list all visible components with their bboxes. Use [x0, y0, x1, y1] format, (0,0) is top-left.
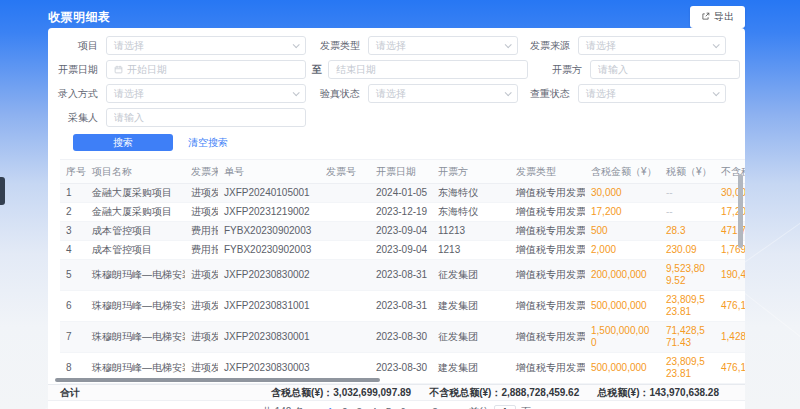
end-date-input[interactable]: 结束日期: [328, 60, 528, 79]
invoice-type-filter-label: 发票类型: [306, 39, 368, 53]
cell-invoice-date: 2023-08-30: [370, 322, 432, 353]
cell-seq: 3: [60, 222, 86, 241]
project-select[interactable]: 请选择: [106, 36, 306, 55]
invoice-source-select[interactable]: 请选择: [578, 36, 726, 55]
cell-amount-with-tax: 2,000: [585, 241, 660, 260]
calendar-icon: [114, 65, 123, 74]
cell-amount-with-tax: 500,000,000: [585, 353, 660, 384]
table-row[interactable]: 4 成本管控项目 费用报销 FYBX20230902003 2023-09-04…: [60, 241, 745, 260]
cell-invoice-date: 2023-08-31: [370, 291, 432, 322]
cell-issuer: 11213: [432, 222, 510, 241]
cell-issuer: 建发集团: [432, 353, 510, 384]
cell-seq: 4: [60, 241, 86, 260]
cell-amount-with-tax: 1,500,000,000: [585, 322, 660, 353]
chevron-down-icon: [713, 41, 720, 48]
cell-invoice-type: 增值税专用发票(蓝): [510, 184, 585, 203]
cell-invoice-no: [320, 241, 370, 260]
cell-invoice-no: [320, 322, 370, 353]
cell-invoice-date: 2023-09-04: [370, 241, 432, 260]
column-header: 发票号: [320, 160, 370, 184]
column-header: 含税金额（¥）: [585, 160, 660, 184]
invoice-table-container: 序号项目名称发票来源单号发票号开票日期开票方发票类型含税金额（¥）税额（¥）不含…: [48, 159, 745, 384]
table-row[interactable]: 2 金融大厦采购项目 进项发票 JXFP20231219002 2023-12-…: [60, 203, 745, 222]
cell-amount-with-tax: 500,000,000: [585, 291, 660, 322]
table-row[interactable]: 6 珠穆朗玛峰—电梯安装 进项发票 JXFP20230831001 2023-0…: [60, 291, 745, 322]
cell-amount-without-tax: 190,476,190.48: [715, 260, 745, 291]
column-header: 发票来源: [185, 160, 218, 184]
cell-issuer: 征发集团: [432, 260, 510, 291]
cell-order-no: JXFP20231219002: [218, 203, 320, 222]
invoice-source-filter-label: 发票来源: [518, 39, 578, 53]
invoice-type-select[interactable]: 请选择: [368, 36, 518, 55]
cell-tax: 23,809,523.81: [660, 353, 715, 384]
cell-project-name: 珠穆朗玛峰—电梯安装: [86, 291, 185, 322]
cell-order-no: FYBX20230902003: [218, 222, 320, 241]
table-row[interactable]: 5 珠穆朗玛峰—电梯安装 进项发票 JXFP20230830002 2023-0…: [60, 260, 745, 291]
cell-invoice-no: [320, 260, 370, 291]
cell-tax: 230.09: [660, 241, 715, 260]
cell-invoice-type: 增值税专用发票(蓝): [510, 353, 585, 384]
export-button[interactable]: 导出: [690, 6, 745, 28]
cell-issuer: 东海特仪: [432, 184, 510, 203]
cell-amount-with-tax: 17,200: [585, 203, 660, 222]
cell-invoice-type: 增值税专用发票(蓝): [510, 260, 585, 291]
vertical-scrollbar[interactable]: [738, 174, 743, 248]
table-body: 1 金融大厦采购项目 进项发票 JXFP20240105001 2024-01-…: [60, 184, 745, 384]
cell-project-name: 金融大厦采购项目: [86, 203, 185, 222]
cell-order-no: JXFP20230831001: [218, 291, 320, 322]
chevron-down-icon: [293, 41, 300, 48]
total-count: 共 142 条: [262, 405, 304, 409]
cell-invoice-source: 费用报销: [185, 222, 218, 241]
cell-project-name: 珠穆朗玛峰—电梯安装: [86, 260, 185, 291]
cell-tax: 28.3: [660, 222, 715, 241]
cell-seq: 7: [60, 322, 86, 353]
table-row[interactable]: 1 金融大厦采购项目 进项发票 JXFP20240105001 2024-01-…: [60, 184, 745, 203]
duplicate-status-select[interactable]: 请选择: [578, 84, 726, 103]
column-header: 单号: [218, 160, 320, 184]
summary-label: 合计: [60, 386, 80, 400]
cell-invoice-source: 费用报销: [185, 241, 218, 260]
entry-method-select[interactable]: 请选择: [106, 84, 306, 103]
goto-page-input[interactable]: [494, 405, 516, 409]
cell-seq: 5: [60, 260, 86, 291]
cell-invoice-date: 2023-12-19: [370, 203, 432, 222]
cell-project-name: 成本管控项目: [86, 222, 185, 241]
cell-invoice-source: 进项发票: [185, 322, 218, 353]
side-drawer-handle[interactable]: [0, 177, 5, 205]
cell-invoice-no: [320, 291, 370, 322]
export-icon: [701, 12, 710, 23]
invoice-table: 序号项目名称发票来源单号发票号开票日期开票方发票类型含税金额（¥）税额（¥）不含…: [60, 159, 745, 384]
table-row[interactable]: 7 珠穆朗玛峰—电梯安装 进项发票 JXFP20230830001 2023-0…: [60, 322, 745, 353]
cell-amount-without-tax: 1,428,571,428.57: [715, 322, 745, 353]
search-button[interactable]: 搜索: [73, 134, 173, 151]
verify-status-select[interactable]: 请选择: [368, 84, 518, 103]
cell-tax: 71,428,571.43: [660, 322, 715, 353]
cell-project-name: 成本管控项目: [86, 241, 185, 260]
collector-input[interactable]: [106, 108, 306, 127]
goto-prefix: 前往: [469, 405, 489, 409]
cell-order-no: JXFP20240105001: [218, 184, 320, 203]
cell-issuer: 征发集团: [432, 322, 510, 353]
cell-invoice-type: 增值税专用发票(蓝): [510, 203, 585, 222]
cell-invoice-no: [320, 184, 370, 203]
cell-invoice-source: 进项发票: [185, 291, 218, 322]
summary-with-tax: 含税总额(¥)：3,032,699,097.89: [271, 386, 411, 400]
cell-tax: --: [660, 203, 715, 222]
table-row[interactable]: 3 成本管控项目 费用报销 FYBX20230902003 2023-09-04…: [60, 222, 745, 241]
table-header-row: 序号项目名称发票来源单号发票号开票日期开票方发票类型含税金额（¥）税额（¥）不含…: [60, 160, 745, 184]
cell-invoice-type: 增值税专用发票(蓝): [510, 222, 585, 241]
horizontal-scrollbar[interactable]: [55, 378, 380, 382]
cell-issuer: 建发集团: [432, 291, 510, 322]
start-date-input[interactable]: 开始日期: [106, 60, 306, 79]
clear-search-link[interactable]: 清空搜索: [188, 136, 228, 150]
cell-order-no: JXFP20230830001: [218, 322, 320, 353]
column-header: 序号: [60, 160, 86, 184]
cell-project-name: 珠穆朗玛峰—电梯安装: [86, 322, 185, 353]
cell-invoice-date: 2024-01-05: [370, 184, 432, 203]
summary-without-tax: 不含税总额(¥)：2,888,728,459.62: [429, 386, 579, 400]
goto-suffix: 页: [521, 405, 531, 409]
cell-amount-with-tax: 30,000: [585, 184, 660, 203]
chevron-down-icon: [713, 89, 720, 96]
page-title: 收票明细表: [48, 9, 111, 26]
issuer-input[interactable]: [590, 60, 740, 79]
